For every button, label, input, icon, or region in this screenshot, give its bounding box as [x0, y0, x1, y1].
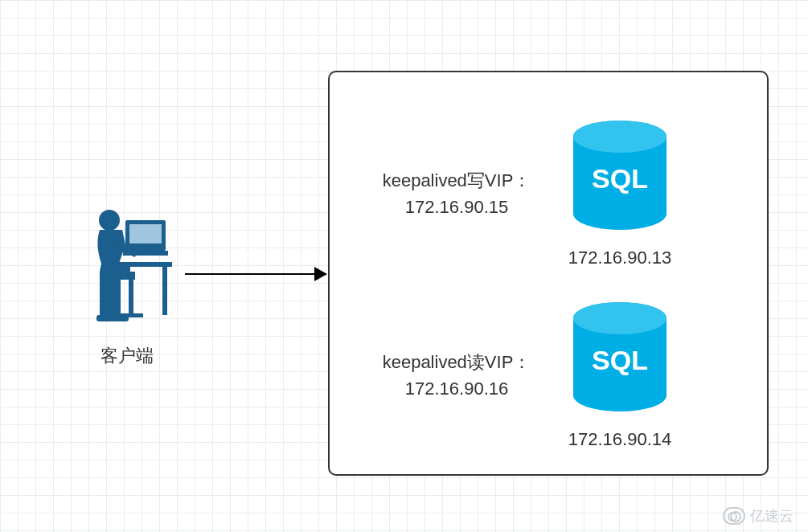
diagram-canvas: 客户端 keepalived写VIP： 172.16.90.15 SQL 172…	[0, 0, 808, 532]
svg-point-3	[99, 210, 120, 231]
svg-rect-1	[129, 224, 162, 243]
db2-ip: 172.16.90.14	[568, 429, 671, 450]
write-vip-row: keepalived写VIP： 172.16.90.15 SQL 172.16.…	[360, 119, 672, 268]
svg-point-12	[573, 198, 666, 230]
watermark-text: 亿速云	[750, 506, 794, 526]
db1-ip: 172.16.90.13	[568, 248, 671, 268]
db2-badge: SQL	[592, 345, 648, 375]
read-vip-row: keepalived读VIP： 172.16.90.16 SQL 172.16.…	[360, 301, 672, 450]
client-label: 客户端	[79, 344, 175, 368]
write-vip-title: keepalived写VIP：	[360, 167, 553, 194]
read-vip-label: keepalived读VIP： 172.16.90.16	[360, 349, 553, 402]
svg-rect-8	[121, 313, 143, 317]
svg-rect-7	[129, 280, 133, 315]
arrow-client-to-cluster	[185, 273, 326, 275]
read-vip-ip: 172.16.90.16	[360, 375, 553, 402]
cloud-icon	[723, 507, 745, 525]
client-node: 客户端	[79, 206, 175, 368]
write-vip-ip: 172.16.90.15	[360, 194, 553, 220]
database-icon: SQL	[568, 301, 672, 413]
database-icon: SQL	[568, 119, 672, 231]
db2-node: SQL 172.16.90.14	[568, 301, 672, 450]
watermark: 亿速云	[723, 506, 794, 526]
read-vip-title: keepalived读VIP：	[360, 349, 553, 375]
db1-node: SQL 172.16.90.13	[568, 119, 672, 268]
svg-point-17	[573, 302, 666, 334]
svg-point-16	[573, 379, 666, 411]
cluster-group: keepalived写VIP： 172.16.90.15 SQL 172.16.…	[328, 71, 769, 476]
client-person-icon	[79, 206, 175, 334]
svg-rect-9	[162, 267, 167, 315]
db1-badge: SQL	[592, 163, 648, 194]
write-vip-label: keepalived写VIP： 172.16.90.15	[360, 167, 553, 220]
svg-point-13	[573, 121, 666, 153]
